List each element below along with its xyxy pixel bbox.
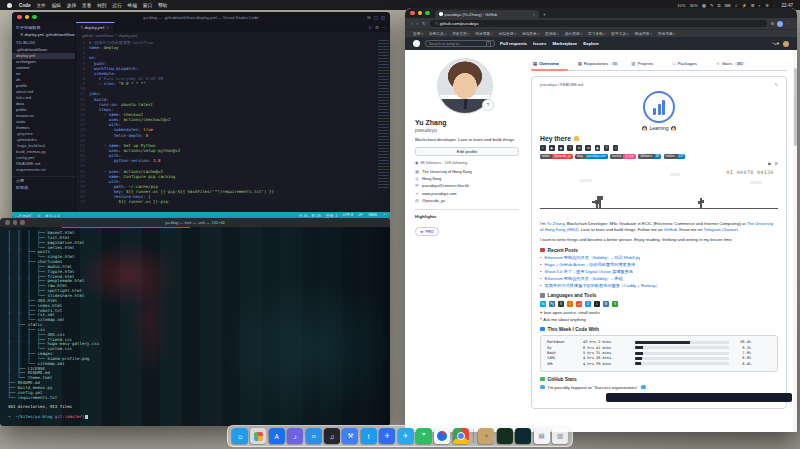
dock-app-icon[interactable]: ☺ <box>232 428 248 444</box>
github-avatar-small[interactable] <box>783 41 789 47</box>
status-icon[interactable]: ▦ <box>702 3 706 8</box>
terminal-output[interactable]: │ │ │ ├── baseof.html│ │ │ ├── list.html… <box>0 227 390 420</box>
window-controls[interactable] <box>410 11 430 16</box>
forward-button[interactable]: › <box>417 21 419 26</box>
timeline-header[interactable]: 时间线 <box>12 184 75 191</box>
tool-icon[interactable]: J <box>567 301 573 307</box>
tool-icon[interactable]: M <box>603 301 609 307</box>
dock-app-icon[interactable] <box>453 428 469 444</box>
github-nav-item[interactable]: Explore <box>583 41 599 46</box>
social-icon[interactable]: Y <box>604 145 610 151</box>
status-emoji-badge[interactable]: ? <box>482 99 494 111</box>
status-icon[interactable]: ⚙ <box>765 3 769 8</box>
browser-tab[interactable]: pseudoyu (Yu Zhang) · GitHub × <box>435 10 539 18</box>
tool-icon[interactable]: N <box>612 301 618 307</box>
close-icon[interactable]: × <box>533 12 535 17</box>
editor-tab-deploy-yml[interactable]: ! deploy.yml × <box>76 22 115 32</box>
dock-app-icon[interactable]: ♪ <box>287 428 303 444</box>
dock-item-icon[interactable] <box>515 428 531 444</box>
tool-icon[interactable]: D <box>585 301 591 307</box>
edit-profile-button[interactable]: Edit profile <box>415 147 519 156</box>
menu-item[interactable]: 文件 <box>36 3 45 8</box>
header-icon[interactable]: +▾ <box>774 41 779 46</box>
page-scrollbar[interactable] <box>793 50 797 432</box>
dock-item-icon[interactable]: ▤ <box>534 428 550 444</box>
menu-item[interactable]: 查看 <box>82 3 91 8</box>
tool-icon[interactable]: S <box>558 301 564 307</box>
shield-badge[interactable]: twitter @pseudo_yu <box>540 154 573 160</box>
profile-info-row[interactable]: ◎ Hong Kong <box>415 176 519 181</box>
reload-button[interactable]: ↻ <box>422 21 426 26</box>
shield-badge[interactable]: visitors 437 <box>664 154 686 160</box>
extensions-icon[interactable]: ⊕ <box>771 21 775 26</box>
breadcrumb[interactable]: github › workflows › ! deploy.yml <box>76 32 390 39</box>
tool-icon[interactable]: Go <box>540 301 546 307</box>
menu-item[interactable]: 窗口 <box>143 3 152 8</box>
social-icon[interactable]: ◉ <box>595 145 601 151</box>
bookmark-folder[interactable]: 技术博客▾ <box>475 31 492 36</box>
profile-info-row[interactable]: ▤ The University of Hong Kong <box>415 169 519 174</box>
dock-item-icon[interactable] <box>497 428 513 444</box>
media-control-icon[interactable]: ▶ <box>768 161 771 166</box>
social-icon[interactable]: ▶ <box>549 145 555 151</box>
editor-action-icon[interactable]: ⋯ <box>382 25 386 30</box>
browser-menu-icon[interactable]: ⋮ <box>786 21 791 26</box>
bookmark-folder[interactable]: 设计灵感▾ <box>565 31 582 36</box>
bookmark-folder[interactable]: 阅读清单▾ <box>635 31 652 36</box>
scrollbar-thumb[interactable] <box>794 68 797 146</box>
status-icon[interactable]: ☰ <box>751 3 755 8</box>
close-icon[interactable]: × <box>106 25 108 30</box>
bookmark-folder[interactable]: 效率工具▾ <box>611 31 628 36</box>
profile-tab[interactable]: ☆ Stars 382 <box>714 61 747 70</box>
menu-item[interactable]: 运行 <box>112 3 121 8</box>
post-link[interactable]: Ethereum 智能合约开发（Solidity）– 结识 Web3.py <box>544 255 640 260</box>
layout-toggle-icon[interactable]: ▢ <box>374 15 378 20</box>
tool-icon[interactable]: L <box>594 301 600 307</box>
tool-icon[interactable]: Py <box>549 301 555 307</box>
status-icon[interactable]: ♫ <box>735 3 738 8</box>
menu-clock[interactable]: 22:47 <box>782 3 794 8</box>
github-nav-item[interactable]: Marketplace <box>552 41 577 46</box>
social-icon[interactable]: t <box>540 145 546 151</box>
profile-info-row[interactable]: ↗ www.pseudoyu.com <box>415 191 519 196</box>
status-icon[interactable]: 10% <box>677 3 685 8</box>
new-tab-button[interactable]: + <box>543 10 546 18</box>
menu-item[interactable]: 编辑 <box>52 3 61 8</box>
shell-prompt[interactable]: ➜ ~/Sites/yu-blog git:(master) <box>8 415 390 420</box>
bookmark-folder[interactable]: 其他书签▾ <box>658 31 675 36</box>
dock-app-icon[interactable]: t <box>361 428 377 444</box>
dock-app-icon[interactable]: ‹› <box>306 428 322 444</box>
github-nav-item[interactable]: Issues <box>533 41 546 46</box>
post-link[interactable]: Shoot 5.0 来了，使用 Digital Ocean 重建服务器 <box>544 269 632 274</box>
status-icon[interactable]: ✎ <box>710 3 714 8</box>
post-link[interactable]: Hugo + GitHub Action，自动化部署我的博客系统 <box>544 262 635 267</box>
dock-app-icon[interactable]: ✈ <box>398 428 414 444</box>
apple-menu-icon[interactable] <box>7 3 12 8</box>
profile-tab[interactable]: ▧ Projects <box>629 61 662 70</box>
status-icon[interactable]: 30% <box>690 3 698 8</box>
post-link[interactable]: 最简单的方式搭建属于你的私有笔记服务（Caddy + Railway） <box>544 283 659 288</box>
layout-toggle-icon[interactable]: ⊞ <box>367 15 371 20</box>
profile-avatar[interactable]: ? <box>437 58 493 114</box>
followers-line[interactable]: ◉ 88 followers · 108 following <box>415 160 519 165</box>
social-icon[interactable]: ◉ <box>558 145 564 151</box>
code-viewport[interactable]: 1# 构建并自动部署博客 workflow2name: deploy34on:5… <box>76 39 390 212</box>
status-icon[interactable]: ◌ <box>773 3 776 8</box>
tool-icon[interactable]: ⎇ <box>576 301 582 307</box>
bookmark-folder[interactable]: 应用▾ <box>413 31 423 36</box>
menu-item[interactable]: 选择 <box>67 3 76 8</box>
social-icon[interactable]: ∞ <box>613 145 619 151</box>
dock-app-icon[interactable]: ♫ <box>324 428 340 444</box>
shield-badge[interactable]: wechat 公众号 <box>610 154 636 160</box>
bookmark-folder[interactable]: 后端开发▾ <box>522 31 539 36</box>
post-link[interactable]: Ethereum 智能合约开发（Solidity）– 基础 <box>544 276 622 281</box>
open-editor-item[interactable]: ✕ deploy.yml .github/workflows <box>12 31 75 39</box>
profile-tab[interactable]: ◇ Packages <box>670 61 706 70</box>
bookmark-folder[interactable]: 前端资源▾ <box>499 31 516 36</box>
dock-app-icon[interactable] <box>434 428 450 444</box>
open-editors-header[interactable]: 打开的编辑器 <box>12 24 75 31</box>
status-icon[interactable]: ◐ <box>759 3 762 8</box>
layout-toggle-icon[interactable]: ◫ <box>381 15 385 20</box>
vscode-title-bar[interactable]: yu-blog — .github/workflows/deploy.yml —… <box>12 12 390 22</box>
terminal-title-bar[interactable]: yu-blog — tree — -zsh — 132×44 <box>0 218 390 227</box>
